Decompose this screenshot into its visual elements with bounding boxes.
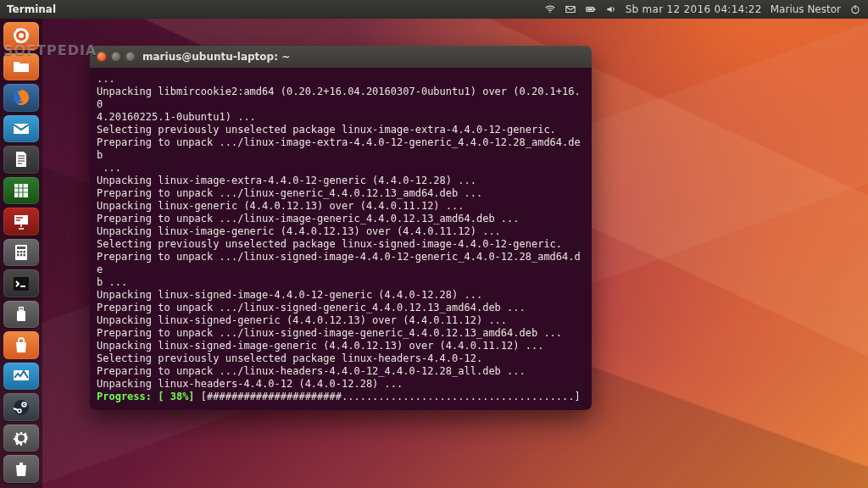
terminal-line: Unpacking linux-generic (4.4.0.12.13) ov…	[97, 200, 585, 213]
panel-clock[interactable]: Sb mar 12 2016 04:14:22	[626, 3, 762, 15]
launcher-software-center[interactable]	[3, 331, 39, 359]
terminal-line: Unpacking libmircookie2:amd64 (0.20.2+16…	[97, 86, 585, 111]
launcher-libre-calc[interactable]	[3, 177, 39, 205]
terminal-progress: Progress: [ 38%] [######################…	[97, 391, 585, 403]
terminal-line: Preparing to unpack .../linux-image-extr…	[97, 136, 585, 162]
svg-point-0	[549, 12, 551, 14]
svg-rect-18	[20, 251, 23, 253]
svg-rect-20	[17, 254, 19, 257]
launcher-steam[interactable]	[3, 393, 39, 421]
launcher-settings[interactable]	[3, 424, 39, 452]
monitor-chart-icon	[11, 366, 31, 386]
terminal-titlebar[interactable]: marius@ubuntu-laptop: ~	[90, 46, 592, 68]
firefox-icon	[11, 87, 31, 108]
minimize-icon[interactable]	[111, 52, 121, 62]
terminal-line: Preparing to unpack .../linux-signed-ima…	[97, 251, 585, 276]
svg-rect-16	[17, 247, 25, 249]
launcher-libre-impress[interactable]	[3, 208, 39, 236]
svg-rect-22	[24, 254, 26, 257]
calculator-icon	[11, 242, 31, 263]
launcher-system-monitor[interactable]	[3, 363, 39, 391]
watermark: SOFTPEDIA	[3, 42, 97, 58]
spreadsheet-icon	[11, 180, 31, 201]
terminal-line: Unpacking linux-image-extra-4.4.0-12-gen…	[97, 175, 585, 187]
document-icon	[11, 149, 31, 169]
folder-icon	[11, 57, 31, 77]
terminal-line: Preparing to unpack .../linux-image-gene…	[97, 213, 585, 225]
svg-rect-4	[587, 8, 593, 10]
network-wifi-icon[interactable]	[544, 3, 556, 15]
mail-app-icon	[11, 119, 31, 139]
terminal-window[interactable]: marius@ubuntu-laptop: ~ ...Unpacking lib…	[90, 46, 592, 410]
svg-rect-25	[17, 311, 25, 321]
close-icon[interactable]	[97, 52, 107, 62]
launcher-calculator[interactable]	[3, 239, 39, 267]
panel-user[interactable]: Marius Nestor	[771, 3, 841, 15]
active-app-name: Terminal	[7, 3, 56, 15]
launcher-terminal[interactable]	[3, 269, 39, 297]
battery-icon[interactable]	[585, 3, 597, 15]
power-icon[interactable]	[849, 3, 861, 15]
terminal-line: 4.20160225.1-0ubuntu1) ...	[97, 111, 585, 124]
svg-point-29	[14, 400, 29, 415]
terminal-line: Preparing to unpack .../linux-signed-ima…	[97, 327, 585, 340]
maximize-icon[interactable]	[125, 52, 136, 62]
trash-icon	[11, 459, 31, 480]
terminal-line: Selecting previously unselected package …	[97, 238, 585, 251]
steam-icon	[11, 397, 31, 418]
svg-rect-13	[14, 184, 28, 197]
unity-launcher	[0, 19, 42, 488]
terminal-line: b ...	[97, 276, 585, 289]
terminal-line: Preparing to unpack .../linux-signed-gen…	[97, 302, 585, 314]
terminal-line: ...	[97, 73, 585, 86]
svg-rect-26	[19, 308, 21, 310]
launcher-usb-creator[interactable]	[3, 301, 39, 329]
launcher-trash[interactable]	[3, 455, 39, 483]
terminal-line: Preparing to unpack .../linux-generic_4.…	[97, 187, 585, 200]
terminal-line: Selecting previously unselected package …	[97, 124, 585, 136]
terminal-title: marius@ubuntu-laptop: ~	[142, 51, 290, 63]
terminal-line: Unpacking linux-signed-generic (4.4.0.12…	[97, 314, 585, 327]
launcher-firefox[interactable]	[3, 84, 39, 112]
volume-icon[interactable]	[605, 3, 617, 15]
gear-icon	[11, 428, 31, 448]
terminal-line: Unpacking linux-image-generic (4.4.0.12.…	[97, 225, 585, 238]
svg-point-8	[25, 34, 29, 37]
terminal-line: Unpacking linux-signed-image-4.4.0-12-ge…	[97, 289, 585, 302]
svg-rect-27	[22, 308, 24, 310]
svg-rect-23	[14, 277, 29, 291]
terminal-line: Selecting previously unselected package …	[97, 352, 585, 365]
svg-point-31	[24, 403, 25, 405]
terminal-line: Unpacking linux-headers-4.4.0-12 (4.4.0-…	[97, 378, 585, 391]
svg-rect-21	[20, 254, 23, 257]
svg-rect-24	[19, 307, 24, 311]
launcher-libre-writer[interactable]	[3, 146, 39, 174]
svg-point-9	[16, 29, 19, 32]
indicator-area: Sb mar 12 2016 04:14:22 Marius Nestor	[544, 3, 861, 15]
svg-rect-3	[594, 8, 595, 10]
launcher-thunderbird[interactable]	[3, 115, 39, 143]
terminal-line: ...	[97, 162, 585, 175]
shopping-bag-icon	[11, 336, 31, 356]
top-panel: Terminal Sb mar 12 2016 04:14:22 Marius …	[0, 0, 868, 19]
usb-icon	[11, 304, 31, 324]
terminal-line: Preparing to unpack .../linux-headers-4.…	[97, 365, 585, 378]
svg-rect-19	[24, 251, 26, 253]
terminal-output[interactable]: ...Unpacking libmircookie2:amd64 (0.20.2…	[90, 68, 592, 410]
svg-rect-17	[17, 251, 19, 253]
presentation-icon	[11, 211, 31, 231]
terminal-line: Unpacking linux-signed-image-generic (4.…	[97, 340, 585, 352]
terminal-icon	[11, 274, 31, 294]
mail-icon[interactable]	[565, 3, 576, 15]
